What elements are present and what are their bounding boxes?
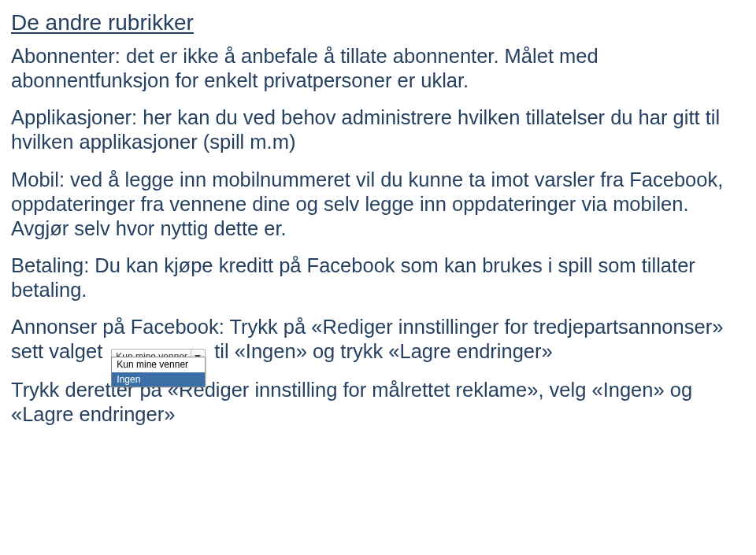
dropdown-option[interactable]: Ingen (112, 372, 205, 387)
section-heading: De andre rubrikker (11, 9, 748, 36)
paragraph-abonnenter: Abonnenter: det er ikke å anbefale å til… (11, 44, 748, 93)
visibility-dropdown[interactable]: Kun mine venner Kun mine venner Ingen (111, 341, 206, 365)
paragraph-annonser-tail: til «Ingen» og trykk «Lagre endringer» (214, 340, 553, 362)
paragraph-mobil: Mobil: ved å legge inn mobilnummeret vil… (11, 168, 748, 241)
dropdown-menu[interactable]: Kun mine venner Ingen (111, 357, 206, 387)
paragraph-annonser: Annonser på Facebook: Trykk på «Rediger … (11, 315, 748, 365)
paragraph-betaling: Betaling: Du kan kjøpe kreditt på Facebo… (11, 253, 748, 302)
paragraph-applikasjoner: Applikasjoner: her kan du ved behov admi… (11, 105, 748, 154)
dropdown-option[interactable]: Kun mine venner (112, 357, 205, 372)
